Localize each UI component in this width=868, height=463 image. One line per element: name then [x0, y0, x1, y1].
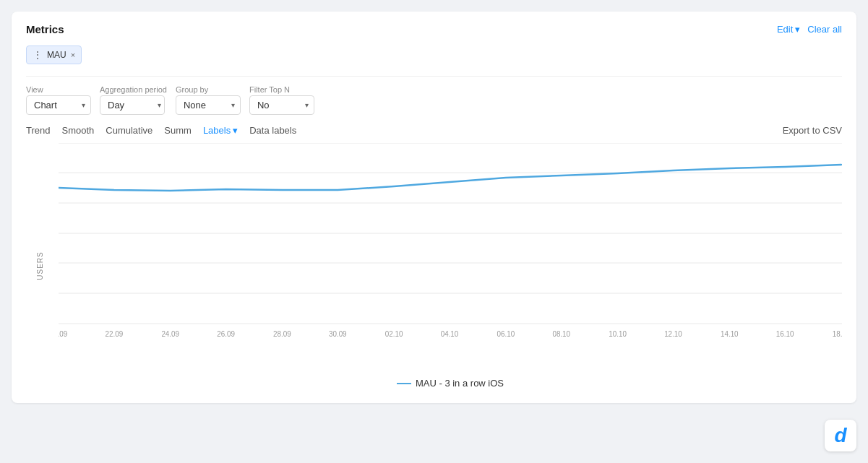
page-title: Metrics: [26, 23, 64, 35]
y-axis-label: USERS: [36, 251, 44, 280]
svg-text:18.10: 18.10: [833, 330, 842, 338]
filter-top-n-control: Filter Top N No Top 3 Top 5 Top 10 ▾: [249, 85, 314, 115]
group-by-control: Group by None OS Country ▾: [176, 85, 241, 115]
legend-label: MAU - 3 in a row iOS: [416, 378, 504, 389]
aggregation-select[interactable]: Day Week Month: [100, 95, 165, 115]
chart-svg-wrapper: 0 20k 40k 60k 80k 100k 120k 20.09 22.09 …: [59, 143, 842, 360]
svg-text:06.10: 06.10: [497, 330, 515, 338]
mau-tag: ⋮ MAU ×: [26, 46, 82, 64]
chevron-down-icon: ▾: [795, 24, 800, 35]
clear-all-button[interactable]: Clear all: [807, 24, 842, 35]
brand-icon: d: [834, 424, 846, 447]
export-csv-button[interactable]: Export to CSV: [783, 125, 842, 136]
page-wrapper: Metrics Edit ▾ Clear all ⋮ MAU × View: [0, 0, 868, 463]
header-actions: Edit ▾ Clear all: [777, 24, 842, 35]
chart-legend: MAU - 3 in a row iOS: [59, 378, 842, 389]
legend-line-icon: [397, 383, 411, 384]
edit-button[interactable]: Edit ▾: [777, 24, 800, 35]
tag-close-button[interactable]: ×: [71, 51, 75, 59]
header-divider: [26, 76, 842, 77]
metrics-header: Metrics Edit ▾ Clear all: [26, 23, 842, 35]
group-by-select-wrapper: None OS Country ▾: [176, 95, 241, 115]
view-label: View: [26, 85, 91, 94]
svg-text:14.10: 14.10: [721, 330, 739, 338]
aggregation-select-wrapper: Day Week Month ▾: [100, 95, 167, 115]
chart-area: USERS 0 20k 40k 60k 80k: [26, 143, 842, 389]
brand-logo: d: [825, 420, 856, 451]
labels-button[interactable]: Labels ▾: [203, 125, 238, 136]
tag-label: MAU: [47, 50, 66, 60]
svg-text:10.10: 10.10: [609, 330, 627, 338]
svg-text:16.10: 16.10: [776, 330, 794, 338]
aggregation-control: Aggregation period Day Week Month ▾: [100, 85, 167, 115]
controls-row: View Chart Table ▾ Aggregation period Da…: [26, 85, 842, 115]
svg-text:04.10: 04.10: [441, 330, 459, 338]
filter-top-n-select[interactable]: No Top 3 Top 5 Top 10: [249, 95, 314, 115]
trend-button[interactable]: Trend: [26, 125, 50, 136]
svg-text:12.10: 12.10: [664, 330, 682, 338]
cumulative-button[interactable]: Cumulative: [106, 125, 152, 136]
metrics-card: Metrics Edit ▾ Clear all ⋮ MAU × View: [12, 12, 856, 403]
svg-text:08.10: 08.10: [552, 330, 570, 338]
svg-text:30.09: 30.09: [329, 330, 347, 338]
drag-dots-icon: ⋮: [33, 49, 43, 61]
metric-tags-row: ⋮ MAU ×: [26, 46, 842, 67]
toolbar-left: Trend Smooth Cumulative Summ Labels ▾ Da…: [26, 125, 296, 136]
filter-top-n-label: Filter Top N: [249, 85, 314, 94]
view-select-wrapper: Chart Table ▾: [26, 95, 91, 115]
svg-text:24.09: 24.09: [161, 330, 179, 338]
svg-text:26.09: 26.09: [217, 330, 235, 338]
view-select[interactable]: Chart Table: [26, 95, 91, 115]
svg-text:02.10: 02.10: [385, 330, 403, 338]
chart-svg: 0 20k 40k 60k 80k 100k 120k 20.09 22.09 …: [59, 143, 842, 360]
smooth-button[interactable]: Smooth: [61, 125, 94, 136]
toolbar-row: Trend Smooth Cumulative Summ Labels ▾ Da…: [26, 125, 842, 136]
group-by-label: Group by: [176, 85, 241, 94]
view-control: View Chart Table ▾: [26, 85, 91, 115]
summ-button[interactable]: Summ: [164, 125, 192, 136]
group-by-select[interactable]: None OS Country: [176, 95, 241, 115]
aggregation-label: Aggregation period: [100, 85, 167, 94]
svg-text:28.09: 28.09: [273, 330, 291, 338]
labels-chevron-icon: ▾: [233, 125, 238, 136]
data-labels-button[interactable]: Data labels: [249, 125, 296, 136]
svg-text:20.09: 20.09: [59, 330, 68, 338]
filter-top-n-select-wrapper: No Top 3 Top 5 Top 10 ▾: [249, 95, 314, 115]
svg-text:22.09: 22.09: [106, 330, 124, 338]
